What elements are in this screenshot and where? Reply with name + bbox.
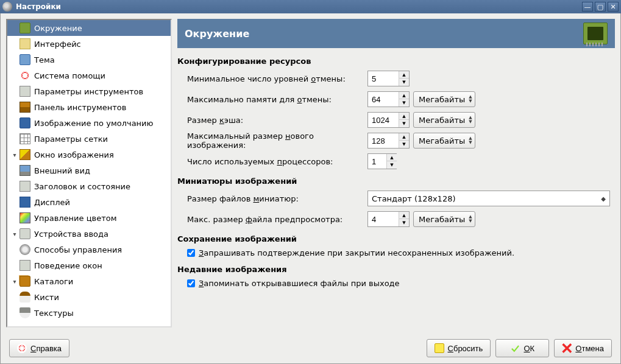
cache-size-spin[interactable]: ▲▼ — [367, 112, 410, 128]
ico-toolbox-icon — [20, 102, 30, 113]
sidebar-item-label: Внешний вид — [34, 166, 90, 175]
ico-theme-icon — [20, 54, 30, 65]
section-recent: Недавние изображения — [177, 265, 615, 274]
expander-icon[interactable]: ▾ — [10, 152, 20, 158]
sidebar-item-15[interactable]: ▸Поведение окон — [7, 257, 171, 273]
ico-appear-icon — [20, 165, 30, 176]
sidebar-item-17[interactable]: Кисти — [7, 289, 171, 305]
undo-memory-spin[interactable]: ▲▼ — [367, 91, 410, 107]
sidebar-item-label: Окружение — [34, 24, 82, 33]
sidebar-item-label: Поведение окон — [34, 261, 102, 270]
section-saving: Сохранение изображений — [177, 234, 615, 243]
ico-wm-icon — [20, 260, 30, 271]
ok-icon — [510, 343, 520, 353]
sidebar-item-3[interactable]: ▸Система помощи — [7, 68, 171, 83]
main-panel: Окружение Конфигурирование ресурсов Мини… — [177, 19, 615, 327]
sidebar-item-6[interactable]: ▸Изображение по умолчанию — [7, 115, 171, 131]
processors-label: Число используемых процессоров: — [187, 157, 367, 166]
close-button[interactable]: ✕ — [608, 2, 619, 12]
sidebar-item-label: Заголовок и состояние — [34, 182, 130, 191]
app-icon — [2, 2, 12, 12]
cache-size-unit[interactable]: Мегабайты▲▼ — [413, 112, 475, 128]
ico-grid-icon — [20, 133, 30, 144]
sidebar-item-4[interactable]: ▸Параметры инструментов — [7, 83, 171, 99]
ico-brush-icon — [20, 292, 30, 303]
ico-defimg-icon — [20, 117, 30, 128]
ok-button[interactable]: ОК — [495, 339, 549, 357]
sidebar-item-label: Окно изображения — [34, 150, 114, 159]
sidebar-item-14[interactable]: Способы управления — [7, 242, 171, 257]
ico-input-icon — [20, 228, 30, 239]
undo-memory-label: Максимально памяти для отмены: — [187, 95, 367, 104]
preview-max-unit[interactable]: Мегабайты▲▼ — [413, 211, 475, 227]
ico-imgwin-icon — [20, 149, 30, 160]
ico-ctrl-icon — [20, 244, 30, 255]
ico-title-icon — [20, 181, 30, 192]
sidebar-item-0[interactable]: ▸Окружение — [7, 20, 171, 36]
settings-tree[interactable]: ▸Окружение▸Интерфейс▸Тема▸Система помощи… — [6, 19, 172, 327]
new-img-max-spin[interactable]: ▲▼ — [367, 133, 410, 149]
sidebar-item-label: Устройства ввода — [34, 229, 108, 239]
sidebar-item-label: Кисти — [34, 293, 59, 302]
confirm-close-label: Запрашивать подтверждение при закрытии н… — [199, 248, 514, 257]
sidebar-item-12[interactable]: ▸Управление цветом — [7, 210, 171, 226]
ico-env-icon — [20, 23, 30, 33]
sidebar-item-1[interactable]: ▸Интерфейс — [7, 36, 171, 52]
section-thumbnails: Миниатюры изображений — [177, 177, 615, 186]
processors-spin[interactable]: ▲▼ — [367, 153, 397, 169]
ico-help-icon — [20, 70, 30, 81]
undo-memory-unit[interactable]: Мегабайты▲▼ — [413, 91, 475, 107]
sidebar-item-label: Текстуры — [34, 309, 74, 318]
sidebar-item-13[interactable]: ▾Устройства ввода — [7, 226, 171, 242]
ico-interface-icon — [20, 38, 30, 49]
sidebar-item-label: Управление цветом — [34, 214, 117, 223]
button-bar: Справка Сбросить ОК Отмена — [1, 333, 620, 363]
sidebar-item-8[interactable]: ▾Окно изображения — [7, 147, 171, 163]
ico-texture-icon — [20, 307, 30, 318]
expander-icon[interactable]: ▾ — [10, 231, 20, 237]
cancel-icon — [562, 343, 572, 353]
new-img-max-unit[interactable]: Мегабайты▲▼ — [413, 133, 475, 149]
cache-size-label: Размер кэша: — [187, 116, 367, 125]
panel-header: Окружение — [177, 19, 615, 48]
thumb-size-combo[interactable]: Стандарт (128x128)◆ — [367, 191, 610, 206]
sidebar-item-18[interactable]: Текстуры — [7, 305, 171, 321]
preview-max-spin[interactable]: ▲▼ — [367, 211, 410, 227]
sidebar-item-11[interactable]: ▸Дисплей — [7, 194, 171, 210]
remember-open-check[interactable] — [187, 279, 195, 287]
expander-icon[interactable]: ▾ — [10, 278, 20, 285]
spin-down-icon[interactable]: ▼ — [399, 79, 409, 86]
undo-levels-spin[interactable]: ▲▼ — [367, 71, 410, 86]
ico-display-icon — [20, 197, 30, 208]
remember-open-label: Запоминать открывавшиеся файлы при выход… — [199, 279, 400, 288]
ico-toolopt-icon — [20, 86, 30, 97]
panel-title: Окружение — [185, 28, 583, 40]
sidebar-item-9[interactable]: Внешний вид — [7, 163, 171, 178]
minimize-button[interactable]: — — [582, 2, 593, 12]
sidebar-item-7[interactable]: ▸Параметры сетки — [7, 131, 171, 147]
titlebar: Настройки — ▢ ✕ — [0, 0, 621, 13]
ico-color-icon — [20, 212, 30, 223]
sidebar-item-16[interactable]: ▾Каталоги — [7, 273, 171, 289]
sidebar-item-label: Панель инструментов — [34, 103, 126, 112]
sidebar-item-label: Способы управления — [34, 245, 122, 254]
new-img-max-label: Максимальный размер нового изображения: — [187, 131, 367, 150]
preview-max-label: Макс. размер файла предпросмотра: — [187, 215, 367, 224]
environment-icon — [583, 23, 608, 44]
undo-levels-label: Минимальное число уровней отмены: — [187, 74, 367, 83]
sidebar-item-label: Тема — [34, 55, 55, 65]
sidebar-item-2[interactable]: ▸Тема — [7, 52, 171, 68]
sidebar-item-label: Параметры инструментов — [34, 87, 143, 96]
cancel-button[interactable]: Отмена — [554, 339, 612, 357]
confirm-close-check[interactable] — [187, 249, 195, 257]
spin-up-icon[interactable]: ▲ — [399, 71, 409, 79]
window-title: Настройки — [16, 2, 582, 11]
maximize-button[interactable]: ▢ — [595, 2, 606, 12]
help-button[interactable]: Справка — [9, 339, 69, 357]
section-resources: Конфигурирование ресурсов — [177, 57, 615, 66]
sidebar-item-10[interactable]: Заголовок и состояние — [7, 178, 171, 194]
help-icon — [17, 343, 27, 353]
sidebar-item-5[interactable]: ▸Панель инструментов — [7, 99, 171, 115]
thumb-size-label: Размер файлов миниатюр: — [187, 194, 367, 203]
reset-button[interactable]: Сбросить — [427, 339, 491, 357]
